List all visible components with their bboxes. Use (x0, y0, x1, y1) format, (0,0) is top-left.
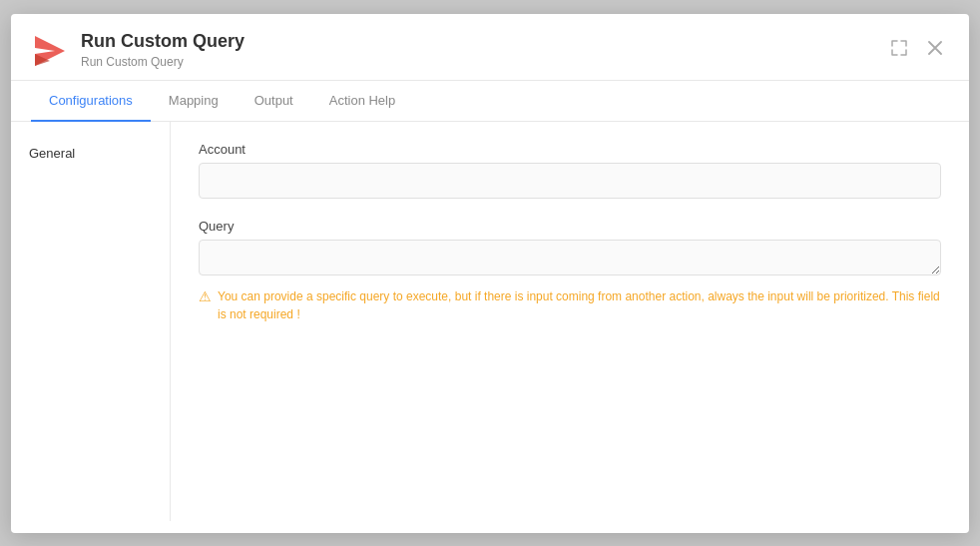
modal-title-main: Run Custom Query (81, 30, 245, 53)
modal-controls (885, 34, 949, 62)
query-hint-box: ⚠ You can provide a specific query to ex… (199, 287, 941, 323)
account-label: Account (199, 142, 941, 157)
account-input[interactable] (199, 163, 941, 199)
info-icon: ⚠ (199, 288, 212, 304)
modal-title-text: Run Custom Query Run Custom Query (81, 30, 245, 69)
query-field-group: Query ⚠ You can provide a specific query… (199, 219, 941, 323)
modal-body: General Account Query ⚠ You can provide … (11, 122, 969, 521)
content-area: Account Query ⚠ You can provide a specif… (171, 122, 969, 521)
modal-dialog: Run Custom Query Run Custom Query (11, 14, 969, 533)
query-input[interactable] (199, 240, 941, 275)
modal-overlay: Run Custom Query Run Custom Query (0, 0, 980, 546)
query-hint-text: You can provide a specific query to exec… (218, 287, 941, 323)
tab-configurations[interactable]: Configurations (31, 81, 151, 122)
expand-button[interactable] (885, 34, 913, 62)
tab-mapping[interactable]: Mapping (151, 81, 237, 122)
close-button[interactable] (921, 34, 949, 62)
sidebar: General (11, 122, 171, 521)
tab-output[interactable]: Output (237, 81, 311, 122)
modal-tabs: Configurations Mapping Output Action Hel… (11, 81, 969, 122)
modal-title-sub: Run Custom Query (81, 55, 245, 69)
sidebar-item-general[interactable]: General (11, 138, 170, 169)
modal-title-area: Run Custom Query Run Custom Query (31, 30, 245, 70)
app-logo-icon (31, 32, 69, 70)
modal-header: Run Custom Query Run Custom Query (11, 14, 969, 81)
query-label: Query (199, 219, 941, 234)
tab-action-help[interactable]: Action Help (311, 81, 413, 122)
account-field-group: Account (199, 142, 941, 199)
